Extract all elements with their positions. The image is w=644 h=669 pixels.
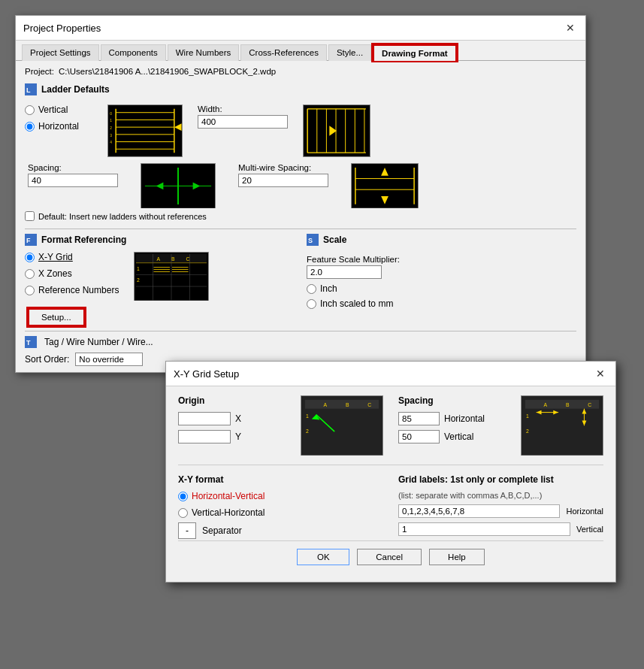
inch-radio-row: Inch <box>307 283 576 294</box>
svg-text:3: 3 <box>110 134 112 138</box>
spacing-v-label: Vertical <box>444 431 473 442</box>
origin-y-row: Y <box>178 430 286 443</box>
scale-section: S Scale Feature Scale Multiplier: Inch <box>307 234 576 326</box>
xy-format-panel: X-Y format Horizontal-Vertical Vertical-… <box>178 474 383 540</box>
tab-bar: Project Settings Components Wire Numbers… <box>16 41 585 61</box>
svg-text:1: 1 <box>110 119 112 123</box>
grid-labels-title: Grid labels: 1st only or complete list <box>398 474 603 485</box>
scale-content: Feature Scale Multiplier: Inch Inch scal… <box>307 252 576 312</box>
ref-numbers-radio[interactable] <box>25 286 35 295</box>
multiwire-input[interactable] <box>238 174 328 187</box>
format-referencing-content: X-Y Grid X Zones Reference Numbers <box>25 252 295 301</box>
format-diagram: A B C 1 2 <box>134 252 209 301</box>
x-zones-radio[interactable] <box>25 269 35 279</box>
width-input[interactable] <box>198 115 288 129</box>
svg-text:C: C <box>186 256 190 262</box>
svg-text:B: B <box>346 402 349 407</box>
svg-text:A: A <box>543 402 547 407</box>
v-label-input[interactable] <box>398 522 570 536</box>
setup-button[interactable]: Setup... <box>28 308 85 326</box>
multiwire-label: Multi-wire Spacing: <box>238 163 328 172</box>
svg-text:2: 2 <box>526 428 529 434</box>
format-referencing-title: Format Referencing <box>41 235 126 245</box>
spacing-field-row: Spacing: <box>28 163 118 187</box>
x-zones-label: X Zones <box>38 268 72 279</box>
horizontal-radio[interactable] <box>25 122 35 132</box>
main-dialog-content: Project: C:\Users\21841906 A...\21841906… <box>16 61 585 372</box>
spacing-title: Spacing <box>398 395 506 406</box>
vert-horiz-radio-row: Vertical-Horizontal <box>178 507 383 518</box>
svg-text:2: 2 <box>110 126 112 130</box>
spacing-inputs: Horizontal Vertical <box>398 412 506 443</box>
scale-icon: S <box>307 234 319 246</box>
no-references-checkbox-row: Default: Insert new ladders without refe… <box>25 211 576 221</box>
x-zones-radio-row: X Zones <box>25 268 119 279</box>
spacing-diagram <box>141 163 216 208</box>
tab-components[interactable]: Components <box>101 44 166 61</box>
format-referencing-header: F Format Referencing <box>25 234 295 246</box>
feature-scale-input[interactable] <box>307 265 382 279</box>
horiz-vert-label: Horizontal-Vertical <box>192 491 265 501</box>
tab-drawing-format[interactable]: Drawing Format <box>373 44 457 61</box>
spacing-h-input[interactable] <box>398 412 440 425</box>
tab-wire-numbers[interactable]: Wire Numbers <box>168 44 239 61</box>
xy-top-row: Origin X Y A <box>178 395 603 456</box>
main-dialog-title: Project Properties <box>23 23 101 34</box>
section-divider-1 <box>25 229 576 229</box>
width-field-row: Width: <box>198 104 288 129</box>
inch-radio[interactable] <box>307 284 316 294</box>
xy-dialog-content: Origin X Y A <box>166 386 615 582</box>
main-dialog-close-button[interactable]: ✕ <box>563 22 578 34</box>
format-referencing-section: F Format Referencing X-Y Grid X Zones <box>25 234 295 326</box>
tab-styles[interactable]: Style... <box>328 44 371 61</box>
ok-button[interactable]: OK <box>297 549 349 565</box>
help-button[interactable]: Help <box>429 549 485 565</box>
spacing-panel: Spacing Horizontal Vertical <box>398 395 506 456</box>
ladder-content: Vertical Horizontal <box>25 101 576 160</box>
sort-order-input[interactable] <box>75 353 143 366</box>
inch-mm-radio[interactable] <box>307 299 316 309</box>
referencing-radio-group: X-Y Grid X Zones Reference Numbers <box>25 252 119 295</box>
svg-text:2: 2 <box>137 277 140 283</box>
svg-text:S: S <box>308 237 313 244</box>
ladder-defaults-section: L Ladder Defaults Vertical Horizontal <box>25 83 576 221</box>
spacing-input[interactable] <box>28 174 118 187</box>
svg-text:2: 2 <box>306 428 309 434</box>
scale-header: S Scale <box>307 234 576 246</box>
no-references-checkbox[interactable] <box>25 211 35 221</box>
horizontal-label: Horizontal <box>38 121 79 132</box>
svg-text:4: 4 <box>110 141 112 144</box>
xy-grid-radio-row: X-Y Grid <box>25 252 119 262</box>
multiwire-diagram <box>351 163 419 208</box>
spacing-v-input[interactable] <box>398 430 440 443</box>
horiz-vert-radio-row: Horizontal-Vertical <box>178 491 383 501</box>
origin-inputs: X Y <box>178 412 286 443</box>
v-label-suffix: Vertical <box>576 525 603 534</box>
separator-label: Separator <box>202 525 242 536</box>
cancel-button[interactable]: Cancel <box>357 549 422 565</box>
xy-bottom-row: X-Y format Horizontal-Vertical Vertical-… <box>178 465 603 540</box>
xy-dialog-close-button[interactable]: ✕ <box>593 368 608 380</box>
tab-project-settings[interactable]: Project Settings <box>22 44 99 61</box>
origin-x-input[interactable] <box>178 412 231 425</box>
scale-title: Scale <box>323 235 346 245</box>
vertical-radio[interactable] <box>25 105 35 115</box>
ladder-defaults-header: L Ladder Defaults <box>25 83 576 95</box>
vertical-label: Vertical <box>38 104 68 115</box>
h-label-input[interactable] <box>398 504 560 518</box>
ladder-diagram-vertical: 0 1 2 3 4 <box>107 104 183 157</box>
inch-mm-label: Inch scaled to mm <box>320 298 393 309</box>
tab-cross-references[interactable]: Cross-References <box>240 44 327 61</box>
origin-y-input[interactable] <box>178 430 231 443</box>
horiz-vert-radio[interactable] <box>178 492 188 501</box>
svg-text:F: F <box>26 237 31 244</box>
project-label: Project: <box>25 67 54 76</box>
svg-text:A: A <box>157 256 161 262</box>
xy-dialog-titlebar: X-Y Grid Setup ✕ <box>166 362 615 386</box>
xy-dialog-buttons: OK Cancel Help <box>178 540 603 573</box>
vert-horiz-radio[interactable] <box>178 508 188 518</box>
spacing-label: Spacing: <box>28 163 118 172</box>
format-scale-row: F Format Referencing X-Y Grid X Zones <box>25 234 576 326</box>
xy-grid-radio[interactable] <box>25 253 35 262</box>
section-divider-2 <box>25 331 576 331</box>
